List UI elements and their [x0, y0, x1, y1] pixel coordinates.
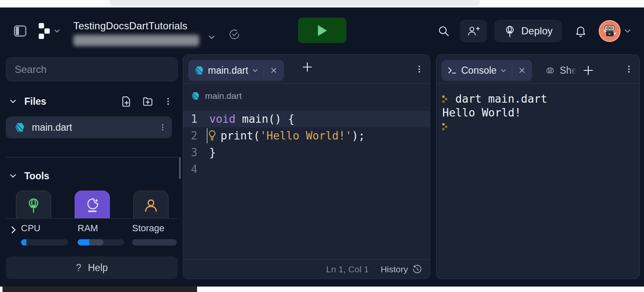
meters-expand-chevron-icon[interactable] [9, 225, 18, 234]
editor-breadcrumb[interactable]: main.dart [183, 84, 430, 108]
code-line-4: 4 [183, 161, 430, 178]
dart-file-icon [194, 65, 204, 75]
kebab-menu-icon [415, 63, 424, 75]
workspace-header: TestingDocsDartTutorials [0, 8, 644, 54]
console-tab[interactable]: Console [441, 60, 532, 81]
shell-icon [545, 65, 556, 76]
lightbulb-hint-icon[interactable] [207, 129, 218, 142]
help-button-label: Help [88, 262, 108, 274]
new-tab-button[interactable] [582, 64, 595, 77]
history-clock-icon [412, 264, 422, 274]
repl-title: TestingDocsDartTutorials [73, 20, 199, 32]
shell-tab[interactable]: She [545, 61, 595, 80]
new-file-button[interactable] [121, 96, 132, 107]
code-plain: print( [221, 129, 260, 142]
console-output[interactable]: dart main.dart Hello World! [436, 84, 639, 279]
tab-options-chevron-icon[interactable] [500, 67, 506, 74]
ram-meter-bar [78, 239, 124, 245]
sidebar-scrollbar-thumb[interactable] [179, 157, 181, 179]
code-plain: main() { [236, 113, 295, 125]
editor-panel: main.dart [183, 54, 430, 279]
help-button[interactable]: ? Help [6, 256, 178, 279]
dart-file-icon [14, 122, 25, 133]
cpu-meter-label: CPU [21, 223, 40, 234]
deploy-label: Deploy [521, 25, 553, 37]
console-panel: Console [436, 54, 640, 279]
code-string: 'Hello World!' [260, 129, 352, 142]
account-chevron-icon[interactable] [624, 27, 631, 35]
breadcrumb-label: main.dart [205, 91, 242, 101]
code-line-2: 2 print('Hello World!'); [183, 127, 430, 144]
robot-avatar-icon [601, 23, 618, 39]
editor-statusbar: Ln 1, Col 1 History [183, 259, 430, 279]
text-cursor [207, 128, 208, 143]
tab-divider [512, 64, 512, 77]
file-item-main-dart[interactable]: main.dart [6, 116, 172, 138]
replit-workspace: TestingDocsDartTutorials [0, 0, 644, 292]
console-command: dart main.dart [455, 92, 547, 106]
files-menu-button[interactable] [164, 96, 173, 107]
notifications-button[interactable] [574, 25, 587, 37]
sidebar-toggle-button[interactable] [13, 23, 28, 39]
deploy-globe-icon [504, 25, 516, 37]
account-person-icon [143, 197, 159, 218]
person-plus-icon [467, 25, 480, 37]
console-tab-label: Console [461, 65, 496, 76]
file-item-label: main.dart [32, 122, 72, 133]
console-output-row: Hello World! [442, 106, 634, 120]
console-output-text: Hello World! [442, 106, 521, 120]
question-mark-icon: ? [76, 262, 81, 274]
tool-tile-account[interactable] [133, 191, 169, 218]
code-line-3: 3 } [183, 144, 430, 161]
replit-menu-button[interactable] [39, 23, 60, 39]
invite-button[interactable] [460, 20, 487, 42]
editor-tabbar: main.dart [183, 55, 430, 84]
search-button[interactable] [437, 25, 450, 37]
editor-pane-menu-button[interactable] [415, 63, 424, 75]
console-prompt-icon [442, 96, 449, 103]
sidebar-divider [6, 157, 178, 158]
line-number: 2 [183, 129, 197, 142]
deploy-button[interactable]: Deploy [494, 20, 562, 42]
avatar[interactable] [599, 20, 621, 42]
new-tab-button[interactable] [301, 61, 314, 73]
cpu-meter-bar [21, 239, 68, 245]
repl-title-block[interactable]: TestingDocsDartTutorials [73, 20, 199, 46]
line-number: 1 [183, 113, 197, 125]
history-button[interactable]: History [381, 264, 422, 274]
deployments-globe-arrow-icon [25, 197, 42, 218]
console-prompt-icon [442, 123, 449, 130]
close-tab-button[interactable] [518, 66, 526, 75]
ram-meter-fill [78, 239, 89, 245]
console-command-row: dart main.dart [442, 92, 634, 106]
tab-options-chevron-icon[interactable] [252, 67, 258, 74]
editor-tab-main-dart[interactable]: main.dart [188, 60, 284, 81]
plus-icon [301, 61, 314, 73]
sidebar: Files [6, 54, 178, 279]
files-collapse-chevron-icon[interactable] [9, 98, 17, 105]
saved-check-circle-icon [229, 28, 240, 40]
cpu-meter-fill [21, 239, 26, 245]
close-tab-button[interactable] [270, 66, 278, 75]
console-pane-menu-button[interactable] [624, 63, 634, 75]
browser-tab-sliver [110, 0, 480, 6]
run-button[interactable] [298, 18, 346, 43]
file-item-menu-button[interactable] [158, 122, 167, 133]
replit-logo-icon [39, 23, 50, 39]
search-input[interactable] [6, 57, 178, 81]
repl-title-chevron-icon[interactable] [208, 34, 216, 41]
bottom-page-strip [0, 287, 644, 292]
tools-section-label: Tools [24, 171, 49, 182]
blurred-username [73, 35, 199, 46]
code-plain: ); [352, 129, 365, 142]
editor-tab-label: main.dart [208, 65, 248, 76]
cursor-position-status: Ln 1, Col 1 [326, 264, 369, 274]
tool-tile-ai[interactable] [75, 191, 110, 218]
line-number: 4 [183, 163, 197, 176]
history-label: History [381, 264, 408, 274]
panel-left-icon [13, 23, 28, 39]
code-editor[interactable]: 1 void main() { 2 print('Hello World!'); [183, 108, 430, 259]
tools-collapse-chevron-icon[interactable] [9, 172, 17, 180]
new-folder-button[interactable] [142, 96, 154, 107]
tool-tile-deployments[interactable] [16, 191, 51, 218]
